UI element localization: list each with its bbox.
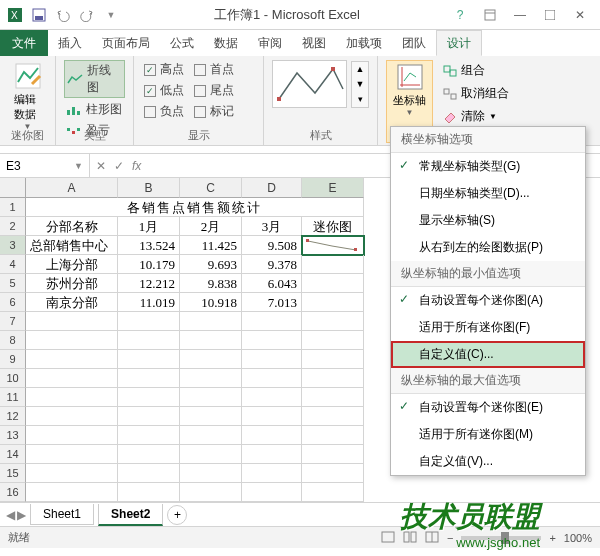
save-icon[interactable] xyxy=(28,4,50,26)
view-pagelayout-icon[interactable] xyxy=(403,531,417,545)
tab-data[interactable]: 数据 xyxy=(204,30,248,56)
view-pagebreak-icon[interactable] xyxy=(425,531,439,545)
row-header[interactable]: 8 xyxy=(0,331,26,350)
cell[interactable]: 11.425 xyxy=(180,236,242,255)
menu-item-auto-each-min[interactable]: ✓自动设置每个迷你图(A) xyxy=(391,287,585,314)
zoom-in-icon[interactable]: + xyxy=(549,532,555,544)
line-chart-button[interactable]: 折线图 xyxy=(64,60,125,98)
menu-item-show-axis[interactable]: 显示坐标轴(S) xyxy=(391,207,585,234)
firstpoint-check[interactable]: 首点 xyxy=(192,60,236,79)
menu-item-date-axis[interactable]: 日期坐标轴类型(D)... xyxy=(391,180,585,207)
tab-review[interactable]: 审阅 xyxy=(248,30,292,56)
menu-item-all-min[interactable]: 适用于所有迷你图(F) xyxy=(391,314,585,341)
cell[interactable]: 9.838 xyxy=(180,274,242,293)
cell[interactable]: 3月 xyxy=(242,217,302,236)
cell[interactable]: 12.212 xyxy=(118,274,180,293)
enter-icon[interactable]: ✓ xyxy=(114,159,124,173)
negpoint-check[interactable]: 负点 xyxy=(142,102,186,121)
style-preview[interactable] xyxy=(272,60,347,108)
close-icon[interactable]: ✕ xyxy=(568,5,592,25)
fx-icon[interactable]: fx xyxy=(132,159,141,173)
cell[interactable]: 2月 xyxy=(180,217,242,236)
col-header-D[interactable]: D xyxy=(242,178,302,198)
tab-view[interactable]: 视图 xyxy=(292,30,336,56)
cell[interactable] xyxy=(302,293,364,312)
cell[interactable]: 10.918 xyxy=(180,293,242,312)
row-header[interactable]: 9 xyxy=(0,350,26,369)
cell[interactable] xyxy=(302,274,364,293)
cell[interactable]: 7.013 xyxy=(242,293,302,312)
col-header-C[interactable]: C xyxy=(180,178,242,198)
row-header[interactable]: 15 xyxy=(0,464,26,483)
cell[interactable]: 1月 xyxy=(118,217,180,236)
tab-addins[interactable]: 加载项 xyxy=(336,30,392,56)
cell[interactable]: 10.179 xyxy=(118,255,180,274)
zoom-level[interactable]: 100% xyxy=(564,532,592,544)
ungroup-button[interactable]: 取消组合 xyxy=(439,83,513,104)
group-button[interactable]: 组合 xyxy=(439,60,513,81)
menu-item-auto-each-max[interactable]: ✓自动设置每个迷你图(E) xyxy=(391,394,585,421)
cell[interactable]: 9.693 xyxy=(180,255,242,274)
menu-item-all-max[interactable]: 适用于所有迷你图(M) xyxy=(391,421,585,448)
view-normal-icon[interactable] xyxy=(381,531,395,545)
excel-icon[interactable]: X xyxy=(4,4,26,26)
tab-team[interactable]: 团队 xyxy=(392,30,436,56)
edit-data-button[interactable]: 编辑数据 ▼ xyxy=(8,60,47,133)
help-icon[interactable]: ? xyxy=(448,5,472,25)
menu-item-rtl-plot[interactable]: 从右到左的绘图数据(P) xyxy=(391,234,585,261)
sheet-nav-prev-icon[interactable]: ◀ xyxy=(6,508,15,522)
cell-selected[interactable] xyxy=(302,236,364,255)
col-header-B[interactable]: B xyxy=(118,178,180,198)
column-chart-button[interactable]: 柱形图 xyxy=(64,100,125,119)
minimize-icon[interactable]: — xyxy=(508,5,532,25)
menu-item-custom-min[interactable]: 自定义值(C)... xyxy=(391,341,585,368)
cell[interactable]: 各销售点销售额统计 xyxy=(26,198,364,217)
cell[interactable]: 分部名称 xyxy=(26,217,118,236)
col-header-E[interactable]: E xyxy=(302,178,364,198)
select-all-corner[interactable] xyxy=(0,178,26,198)
markers-check[interactable]: 标记 xyxy=(192,102,236,121)
cancel-icon[interactable]: ✕ xyxy=(96,159,106,173)
row-header[interactable]: 2 xyxy=(0,217,26,236)
menu-item-custom-max[interactable]: 自定义值(V)... xyxy=(391,448,585,475)
row-header[interactable]: 10 xyxy=(0,369,26,388)
row-header[interactable]: 3 xyxy=(0,236,26,255)
cell[interactable] xyxy=(302,255,364,274)
cell[interactable]: 上海分部 xyxy=(26,255,118,274)
name-box[interactable]: E3▼ xyxy=(0,154,90,177)
clear-button[interactable]: 清除 ▼ xyxy=(439,106,513,127)
lowpoint-check[interactable]: ✓低点 xyxy=(142,81,186,100)
cell[interactable]: 苏州分部 xyxy=(26,274,118,293)
cell[interactable]: 总部销售中心 xyxy=(26,236,118,255)
ribbon-display-icon[interactable] xyxy=(478,5,502,25)
file-tab[interactable]: 文件 xyxy=(0,30,48,56)
row-header[interactable]: 13 xyxy=(0,426,26,445)
row-header[interactable]: 6 xyxy=(0,293,26,312)
tab-insert[interactable]: 插入 xyxy=(48,30,92,56)
row-header[interactable]: 16 xyxy=(0,483,26,502)
sheet-tab-2[interactable]: Sheet2 xyxy=(98,504,163,526)
menu-item-general-axis[interactable]: ✓常规坐标轴类型(G) xyxy=(391,153,585,180)
row-header[interactable]: 5 xyxy=(0,274,26,293)
maximize-icon[interactable] xyxy=(538,5,562,25)
cell[interactable]: 迷你图 xyxy=(302,217,364,236)
gallery-more-icon[interactable]: ▾ xyxy=(352,92,368,107)
tab-design[interactable]: 设计 xyxy=(436,30,482,56)
cell[interactable]: 13.524 xyxy=(118,236,180,255)
qa-dropdown-icon[interactable]: ▼ xyxy=(100,4,122,26)
cell[interactable]: 南京分部 xyxy=(26,293,118,312)
row-header[interactable]: 7 xyxy=(0,312,26,331)
cell[interactable]: 6.043 xyxy=(242,274,302,293)
sheet-nav-next-icon[interactable]: ▶ xyxy=(17,508,26,522)
row-header[interactable]: 11 xyxy=(0,388,26,407)
tab-pagelayout[interactable]: 页面布局 xyxy=(92,30,160,56)
redo-icon[interactable] xyxy=(76,4,98,26)
cell[interactable]: 9.378 xyxy=(242,255,302,274)
cell[interactable]: 9.508 xyxy=(242,236,302,255)
col-header-A[interactable]: A xyxy=(26,178,118,198)
sheet-tab-1[interactable]: Sheet1 xyxy=(30,504,94,525)
row-header[interactable]: 1 xyxy=(0,198,26,217)
zoom-out-icon[interactable]: − xyxy=(447,532,453,544)
highpoint-check[interactable]: ✓高点 xyxy=(142,60,186,79)
row-header[interactable]: 14 xyxy=(0,445,26,464)
